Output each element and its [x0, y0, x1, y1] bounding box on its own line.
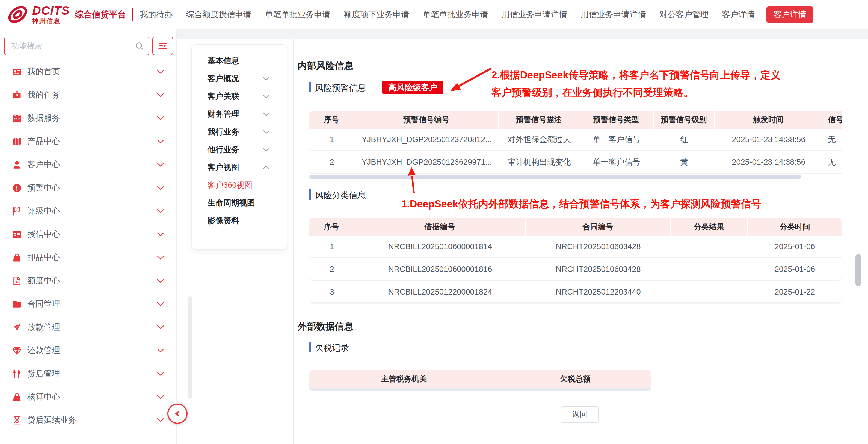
sidebar-menu: 我的首页我的任务数据服务产品中心客户中心预警中心评级中心授信中心押品中心W额度中…	[0, 60, 176, 432]
top-nav-item[interactable]: 额度项下业务申请	[344, 9, 409, 20]
subnav-item[interactable]: 客户概况	[192, 70, 287, 87]
subnav-item[interactable]: 财务管理	[192, 105, 287, 123]
idcard-icon	[12, 230, 22, 239]
table-cell: 1	[309, 236, 354, 257]
column-header: 主管税务机关	[309, 370, 499, 388]
subnav-item[interactable]: 他行业务	[192, 141, 287, 158]
subnav-scrollbar[interactable]	[188, 296, 192, 399]
top-nav-item[interactable]: 单笔单批业务申请	[423, 9, 488, 20]
table-cell: 黄	[654, 151, 715, 173]
sidebar-item-idcard[interactable]: 我的首页	[0, 60, 176, 83]
column-header: 借据编号	[354, 218, 526, 236]
top-nav-item[interactable]: 我的待办	[140, 9, 173, 20]
sidebar-item-folder[interactable]: 合同管理	[0, 292, 176, 316]
table-cell: 2	[309, 151, 354, 173]
top-nav: 我的待办综合额度授信申请单笔单批业务申请额度项下业务申请单笔单批业务申请用信业务…	[140, 6, 813, 23]
table-row: 2NRCBILL2025010600001816NRCHT20250106034…	[309, 259, 841, 280]
column-header: 分类时间	[748, 218, 841, 236]
table-row: 3NRCBILL2025012200001824NRCHT20250122034…	[309, 281, 841, 303]
subnav-item-active[interactable]: 客户360视图	[192, 176, 287, 194]
subnav-item[interactable]: 我行业务	[192, 123, 287, 141]
chevron-down-icon	[157, 116, 164, 120]
sidebar-collapse-button[interactable]	[167, 404, 188, 424]
table-cell: 2025-01-22	[748, 281, 841, 302]
subnav-item[interactable]: 基本信息	[192, 52, 287, 70]
chevron-down-icon	[157, 371, 164, 376]
sidebar-item-bag[interactable]: 核算中心	[0, 385, 176, 409]
sidebar-item-label: 押品中心	[27, 252, 60, 263]
sidebar-item-briefcase[interactable]: 我的任务	[0, 83, 176, 107]
chevron-up-icon	[263, 165, 270, 170]
search-input[interactable]	[11, 41, 134, 51]
external-data-heading: 外部数据信息	[298, 320, 353, 333]
table-cell: 2025-01-23 14:38:56	[715, 151, 823, 173]
chevron-down-icon	[157, 278, 164, 283]
chevron-down-icon	[157, 162, 164, 167]
brand-block: DCITS 神州信息	[32, 5, 70, 24]
sidebar-item-docw[interactable]: W额度中心	[0, 269, 176, 292]
subnav-item[interactable]: 客户关联	[192, 87, 287, 105]
top-nav-item[interactable]: 用信业务申请详情	[502, 9, 567, 20]
sidebar-item-label: 评级中心	[27, 205, 60, 217]
top-nav-item[interactable]: 单笔单批业务申请	[265, 9, 330, 20]
bag-icon	[12, 392, 22, 402]
top-nav-item[interactable]: 对公客户管理	[659, 9, 709, 20]
menu-toggle-button[interactable]	[152, 37, 173, 55]
top-nav-item[interactable]: 用信业务申请详情	[581, 9, 646, 20]
chevron-down-icon	[263, 94, 270, 99]
subnav-item[interactable]: 生命周期视图	[192, 194, 287, 212]
table-cell: NRCBILL2025010600001814	[354, 236, 526, 257]
left-sidebar: 我的首页我的任务数据服务产品中心客户中心预警中心评级中心授信中心押品中心W额度中…	[0, 29, 177, 444]
table-cell	[671, 281, 748, 302]
column-header: 欠税总额	[499, 370, 651, 388]
table-cell: 红	[654, 129, 715, 150]
sidebar-item-diamond[interactable]: 还款管理	[0, 339, 176, 362]
subnav-item[interactable]: 影像资料	[192, 212, 287, 230]
sidebar-item-user[interactable]: 客户中心	[0, 153, 176, 176]
subnav-item[interactable]: 客户视图	[192, 158, 287, 176]
sidebar-item-hourglass[interactable]: 贷后延续业务	[0, 409, 176, 432]
table-row: 1NRCBILL2025010600001814NRCHT20250106034…	[309, 236, 841, 258]
alert-icon	[12, 183, 22, 193]
top-nav-item[interactable]: 客户详情	[722, 9, 755, 20]
back-button[interactable]: 返回	[561, 406, 598, 423]
user-icon	[12, 160, 22, 170]
chevron-down-icon	[157, 69, 164, 74]
top-nav-item[interactable]: 综合额度授信申请	[186, 9, 251, 20]
classification-table: 序号借据编号合同编号分类结果分类时间1NRCBILL20250106000018…	[309, 218, 841, 304]
table-cell: NRCHT2025012203440	[526, 281, 671, 302]
subnav-item-label: 生命周期视图	[208, 198, 255, 208]
table-cell	[671, 259, 748, 280]
sidebar-item-flag[interactable]: 评级中心	[0, 200, 176, 223]
sidebar-item-calendar[interactable]: 数据服务	[0, 107, 176, 130]
sidebar-item-label: 合同管理	[27, 298, 60, 309]
annotation-1: 1.DeepSeek依托内外部数据信息，结合预警信号体系，为客户探测风险预警信号	[401, 197, 761, 211]
flag-icon	[12, 206, 22, 216]
sidebar-item-bag[interactable]: 押品中心	[0, 246, 176, 269]
send-icon	[12, 322, 22, 332]
table-cell: 3	[309, 281, 354, 302]
sidebar-item-map[interactable]: 产品中心	[0, 130, 176, 153]
top-bar: DCITS 神州信息 综合信贷平台 我的待办综合额度授信申请单笔单批业务申请额度…	[0, 0, 868, 29]
table-cell: 2	[309, 259, 354, 280]
vertical-scrollbar-thumb[interactable]	[856, 254, 861, 286]
horizontal-scrollbar-thumb[interactable]	[309, 175, 801, 179]
sidebar-item-label: 客户中心	[27, 159, 60, 170]
subnav-item-label: 他行业务	[208, 144, 239, 155]
column-header: 预警信号级别	[654, 111, 715, 129]
subnav-item-label: 客户视图	[208, 162, 239, 173]
bag-icon	[12, 253, 22, 263]
sidebar-item-idcard[interactable]: 授信中心	[0, 223, 176, 246]
chevron-down-icon	[157, 325, 164, 329]
sidebar-item-send[interactable]: 放款管理	[0, 316, 176, 339]
table-cell: 2025-01-06	[748, 236, 841, 257]
chevron-down-icon	[157, 93, 164, 97]
top-nav-item-active[interactable]: 客户详情	[767, 6, 813, 23]
table-cell: 1	[309, 129, 354, 150]
sidebar-item-utensils[interactable]: 贷后管理	[0, 362, 176, 385]
chevron-down-icon	[157, 394, 164, 399]
column-header: 信号状态	[823, 111, 841, 129]
sidebar-item-alert[interactable]: 预警中心	[0, 176, 176, 200]
table-header-row: 序号借据编号合同编号分类结果分类时间	[309, 218, 841, 236]
hourglass-icon	[12, 415, 22, 425]
